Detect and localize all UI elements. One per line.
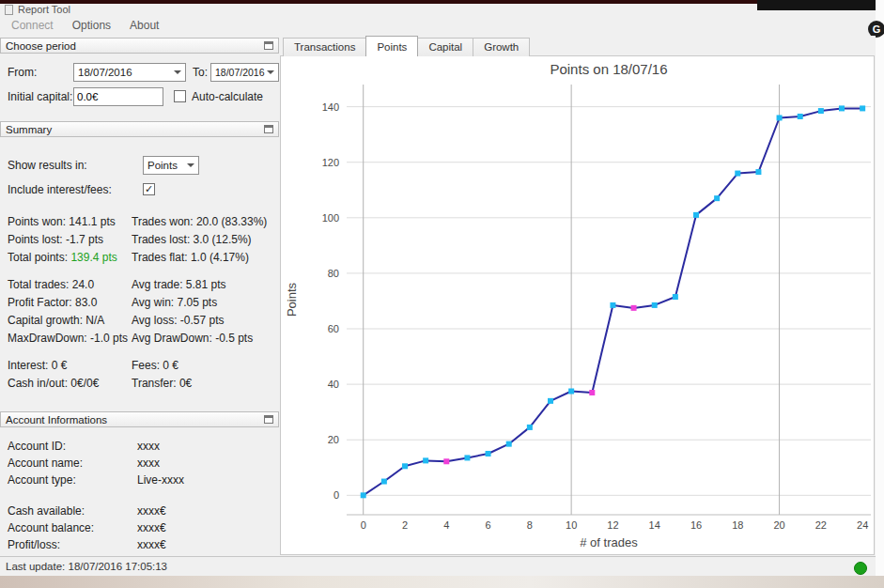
- data-point: [693, 212, 699, 218]
- summary-stat-row: Capital growth: N/AAvg loss: -0.57 pts: [8, 312, 276, 330]
- chevron-down-icon: [267, 70, 274, 74]
- x-tick-label: 14: [649, 519, 660, 531]
- account-info-row: Account ID:xxxx: [8, 438, 276, 455]
- x-tick-label: 4: [443, 519, 449, 531]
- menu-item-about[interactable]: About: [120, 16, 168, 35]
- x-tick-label: 16: [690, 519, 702, 531]
- data-point: [735, 171, 740, 177]
- show-results-label: Show results in:: [8, 156, 87, 175]
- account-header: Account Informations: [0, 411, 279, 427]
- data-point: [818, 108, 824, 114]
- summary-stat-row: Interest: 0 €Fees: 0 €: [8, 357, 276, 375]
- initial-capital-input[interactable]: [73, 87, 163, 106]
- x-tick-label: 12: [607, 519, 618, 531]
- connection-status-indicator: [854, 562, 867, 575]
- account-title: Account Informations: [6, 414, 264, 426]
- data-point: [423, 457, 428, 463]
- menu-item-options[interactable]: Options: [63, 16, 120, 35]
- float-panel-icon[interactable]: [264, 125, 273, 133]
- x-tick-label: 20: [773, 519, 784, 531]
- data-point: [548, 398, 553, 404]
- titlebar: Report Tool: [5, 4, 70, 15]
- data-point: [631, 305, 637, 311]
- data-point: [610, 302, 615, 308]
- chevron-down-icon: [187, 163, 194, 167]
- x-axis-label: # of trades: [580, 535, 638, 549]
- data-point: [589, 390, 595, 395]
- include-interest-label: Include interest/fees:: [8, 180, 112, 199]
- show-results-value: Points: [147, 160, 178, 171]
- x-tick-label: 22: [815, 519, 827, 531]
- data-point: [464, 455, 470, 460]
- data-point: [673, 294, 678, 300]
- data-point: [568, 389, 574, 395]
- data-point: [652, 302, 658, 308]
- chart-canvas: 020406080100120140024681012141618202224P…: [280, 55, 875, 555]
- x-tick-label: 18: [732, 519, 743, 531]
- data-point: [402, 463, 408, 469]
- to-date-select[interactable]: 18/07/2016: [210, 63, 279, 82]
- summary-stat-row: Profit Factor: 83.0Avg win: 7.05 pts: [8, 294, 276, 312]
- include-interest-checkbox[interactable]: [143, 183, 155, 195]
- account-info-row: Cash available:xxxx€: [8, 503, 276, 519]
- chevron-down-icon: [174, 70, 181, 74]
- desktop-edge: [876, 0, 884, 576]
- window-title: Report Tool: [18, 4, 70, 15]
- y-tick-label: 20: [328, 434, 339, 445]
- data-point: [527, 425, 533, 430]
- from-date-select[interactable]: 18/07/2016: [73, 63, 186, 82]
- y-tick-label: 60: [328, 323, 339, 334]
- summary-stat-row: Total trades: 24.0Avg trade: 5.81 pts: [8, 276, 276, 294]
- desktop-background: [0, 576, 884, 588]
- data-point: [860, 105, 865, 111]
- x-tick-label: 8: [527, 519, 533, 531]
- y-axis-label: Points: [285, 282, 299, 317]
- x-tick-label: 24: [857, 519, 868, 531]
- data-point: [798, 114, 803, 119]
- menu-bar: ConnectOptionsAbout: [2, 16, 168, 35]
- to-date-value: 18/07/2016: [215, 67, 265, 78]
- window-controls-area: [757, 0, 884, 10]
- data-point: [839, 105, 845, 111]
- menu-item-connect[interactable]: Connect: [2, 16, 63, 35]
- auto-calculate-checkbox[interactable]: [174, 90, 186, 102]
- report-panel: TransactionsPointsCapitalGrowth 02040608…: [280, 36, 876, 556]
- y-tick-label: 0: [333, 489, 339, 501]
- chart-title: Points on 18/07/16: [550, 61, 667, 77]
- summary-stat-row: Points lost: -1.7 ptsTrades lost: 3.0 (1…: [8, 231, 276, 249]
- data-point: [506, 441, 512, 447]
- data-point: [714, 195, 720, 201]
- app-icon: [5, 5, 13, 15]
- to-label: To:: [193, 63, 208, 82]
- y-tick-label: 80: [328, 268, 339, 279]
- points-chart: 020406080100120140024681012141618202224P…: [281, 56, 874, 554]
- data-point: [381, 479, 387, 485]
- from-date-value: 18/07/2016: [78, 67, 132, 78]
- auto-calculate-label: Auto-calculate: [192, 87, 263, 106]
- titlebar-accent: [0, 0, 884, 4]
- report-tool-window: Report Tool G ConnectOptionsAbout Choose…: [0, 0, 884, 588]
- account-info-row: Account name:xxxx: [8, 455, 276, 472]
- x-tick-label: 0: [361, 519, 366, 531]
- last-update-text: Last update: 18/07/2016 17:05:13: [6, 561, 167, 572]
- tab-growth[interactable]: Growth: [473, 38, 530, 56]
- x-tick-label: 10: [566, 519, 577, 531]
- show-results-select[interactable]: Points: [143, 156, 199, 175]
- series-line: [364, 108, 862, 495]
- summary-stat-row: Total points: 139.4 ptsTrades flat: 1.0 …: [8, 249, 276, 267]
- account-info: Account ID:xxxxAccount name:xxxxAccount …: [8, 438, 276, 567]
- summary-stat-row: Cash in/out: 0€/0€Transfer: 0€: [8, 375, 276, 393]
- tab-transactions[interactable]: Transactions: [283, 38, 366, 56]
- float-panel-icon[interactable]: [264, 415, 273, 424]
- account-info-row: Account type:Live-xxxx: [8, 472, 276, 488]
- float-panel-icon[interactable]: [264, 41, 273, 50]
- summary-stats: Points won: 141.1 ptsTrades won: 20.0 (8…: [8, 213, 276, 402]
- y-tick-label: 100: [322, 212, 339, 224]
- from-label: From:: [8, 63, 37, 82]
- summary-stat-row: MaxDrawDown: -1.0 ptsAvg DrawDown: -0.5 …: [8, 330, 276, 348]
- summary-header: Summary: [0, 121, 279, 137]
- tab-points[interactable]: Points: [365, 36, 418, 56]
- initial-capital-label: Initial capital:: [8, 87, 72, 106]
- tab-capital[interactable]: Capital: [417, 38, 473, 56]
- tab-bar: TransactionsPointsCapitalGrowth: [283, 36, 529, 56]
